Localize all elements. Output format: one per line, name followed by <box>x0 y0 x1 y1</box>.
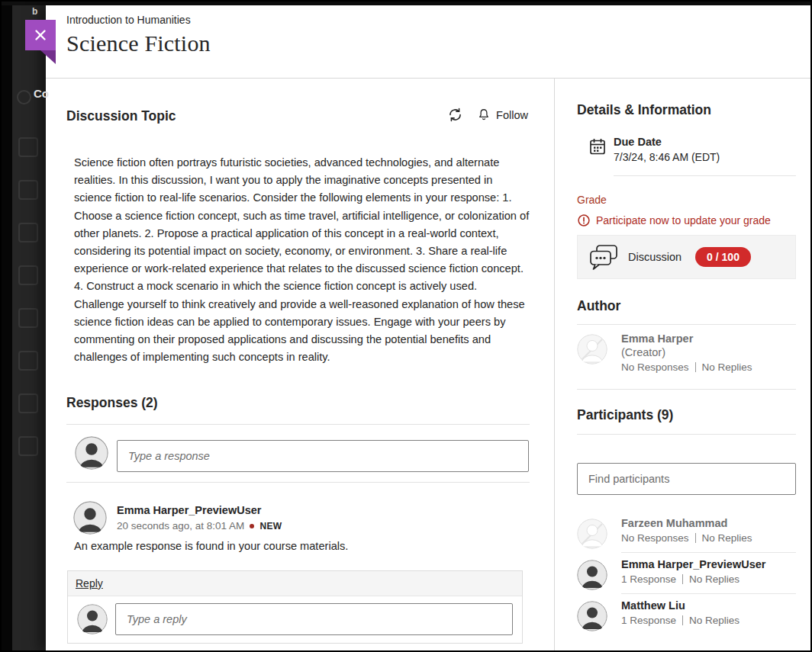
grade-label: Grade <box>577 194 607 206</box>
participant-responses-count: No Responses <box>621 532 689 544</box>
dimmed-nav-icon <box>18 223 38 242</box>
dimmed-nav-icon <box>18 180 38 200</box>
participants-list: Farzeen Muhammad No Responses No Replies… <box>577 512 796 635</box>
refresh-button[interactable] <box>447 107 463 123</box>
new-indicator-dot <box>250 524 254 528</box>
author-avatar <box>577 334 607 365</box>
participant-stats: 1 Response No Replies <box>621 573 796 585</box>
response-author-avatar <box>73 501 107 535</box>
due-date-value: 7/3/24, 8:46 AM (EDT) <box>614 151 720 163</box>
participants-heading: Participants (9) <box>577 407 673 423</box>
participant-info: Emma Harper_PreviewUser 1 Response No Re… <box>621 558 796 594</box>
discussion-bubbles-icon <box>588 243 619 271</box>
reply-input[interactable] <box>115 603 513 635</box>
dimmed-search-icon <box>17 90 31 104</box>
reply-link[interactable]: Reply <box>76 577 103 589</box>
stats-separator <box>695 533 696 543</box>
background-text-fragment: b <box>32 6 37 17</box>
author-responses-count: No Responses <box>621 361 689 373</box>
alert-icon <box>578 214 590 226</box>
divider <box>577 434 796 435</box>
author-name: Emma Harper <box>621 332 752 345</box>
participant-stats: 1 Response No Replies <box>621 615 796 626</box>
dimmed-nav-icon <box>18 137 38 157</box>
participant-name: Matthew Liu <box>621 599 796 612</box>
dimmed-nav-icon <box>18 265 38 285</box>
participant-stats: No Responses No Replies <box>621 532 796 544</box>
breadcrumb-course-name: Introduction to Humanities <box>66 14 191 26</box>
author-role: (Creator) <box>621 346 752 358</box>
dimmed-nav-icon <box>18 393 38 413</box>
divider <box>577 324 796 325</box>
background-left-rail <box>0 0 12 652</box>
response-input[interactable] <box>117 440 529 472</box>
follow-button[interactable]: Follow <box>477 108 528 122</box>
participant-responses-count: 1 Response <box>621 615 676 626</box>
discussion-main-column: Discussion Topic <box>66 78 530 652</box>
close-panel-button[interactable] <box>25 20 56 50</box>
current-user-avatar <box>75 436 108 470</box>
reply-link-row: Reply <box>68 571 522 596</box>
participant-row[interactable]: Matthew Liu 1 Response No Replies <box>577 595 796 634</box>
participant-info: Farzeen Muhammad No Responses No Replies <box>621 517 796 553</box>
participant-row[interactable]: Farzeen Muhammad No Responses No Replies <box>577 512 796 553</box>
details-heading: Details & Information <box>577 102 711 118</box>
participant-responses-count: 1 Response <box>621 573 676 585</box>
participant-replies-count: No Replies <box>689 573 740 585</box>
panel-header: Introduction to Humanities Science Ficti… <box>46 5 810 79</box>
close-icon <box>34 29 47 41</box>
grade-notice-text: Participate now to update your grade <box>596 214 771 226</box>
participant-replies-count: No Replies <box>689 615 740 626</box>
author-replies-count: No Replies <box>702 361 752 373</box>
dimmed-nav-icon <box>18 436 38 456</box>
background-nav-fragment: Co <box>34 87 49 100</box>
details-sidebar: Details & Information Due Date 7/3/24, 8… <box>554 78 810 652</box>
stats-separator <box>682 574 683 584</box>
response-body: An example response is found in your cou… <box>74 540 524 552</box>
refresh-icon <box>447 107 463 123</box>
new-badge: NEW <box>259 521 282 532</box>
discussion-panel: Introduction to Humanities Science Ficti… <box>46 5 810 652</box>
page-title: Science Fiction <box>66 31 211 56</box>
participant-row[interactable]: Emma Harper_PreviewUser 1 Response No Re… <box>577 554 796 594</box>
participant-name: Farzeen Muhammad <box>621 517 796 529</box>
participant-avatar <box>577 601 607 631</box>
stats-separator <box>682 615 683 625</box>
author-stats: No Responses No Replies <box>621 361 752 373</box>
grade-score-pill[interactable]: 0 / 100 <box>695 247 751 267</box>
discussion-topic-heading: Discussion Topic <box>66 108 176 124</box>
author-info: Emma Harper (Creator) No Responses No Re… <box>621 332 752 373</box>
participant-info: Matthew Liu 1 Response No Replies <box>621 599 796 634</box>
reply-section: Reply <box>67 570 523 644</box>
discussion-topic-body: Science fiction often portrays futuristi… <box>74 154 530 366</box>
participant-avatar <box>577 560 607 590</box>
find-participants-input[interactable] <box>577 463 796 495</box>
stats-separator <box>695 362 696 372</box>
topic-actions: Follow <box>447 107 528 123</box>
dimmed-nav-icon <box>18 308 38 328</box>
author-heading: Author <box>577 298 620 314</box>
divider <box>66 482 530 483</box>
follow-button-label: Follow <box>496 109 528 121</box>
background-top-strip <box>0 0 812 5</box>
due-date-label: Due Date <box>614 136 662 148</box>
responses-heading: Responses (2) <box>66 395 158 411</box>
divider <box>614 175 796 176</box>
reply-composer <box>68 596 522 643</box>
current-user-avatar <box>77 604 108 634</box>
discussion-panel-page: b Co Introduction to Humanities Science … <box>0 0 812 652</box>
response-meta: 20 seconds ago, at 8:01 AM NEW <box>117 520 282 532</box>
dimmed-nav-icon <box>18 351 38 371</box>
grade-summary-box: Discussion 0 / 100 <box>577 235 796 279</box>
calendar-icon <box>588 137 607 159</box>
divider <box>66 424 530 425</box>
participant-name: Emma Harper_PreviewUser <box>621 558 796 570</box>
grade-type-label: Discussion <box>628 251 682 263</box>
response-timestamp: 20 seconds ago, at 8:01 AM <box>117 520 244 532</box>
author-row: Emma Harper (Creator) No Responses No Re… <box>577 332 796 373</box>
participant-replies-count: No Replies <box>702 532 752 544</box>
grade-participate-notice[interactable]: Participate now to update your grade <box>578 214 771 226</box>
response-author-name: Emma Harper_PreviewUser <box>117 504 261 516</box>
participant-avatar <box>577 519 607 549</box>
divider <box>577 389 796 390</box>
